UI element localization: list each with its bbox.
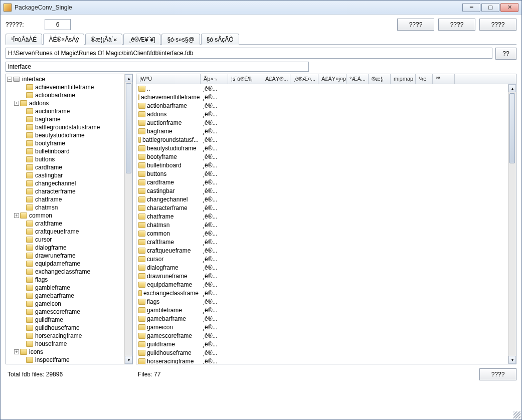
scroll-down-icon[interactable]: ▾ bbox=[125, 356, 132, 364]
tree-item[interactable]: achievementtitleframe bbox=[6, 83, 132, 91]
list-row[interactable]: bagframe¸ê®... bbox=[136, 127, 516, 135]
list-row[interactable]: chatmsn¸ê®... bbox=[136, 221, 516, 229]
path-input[interactable] bbox=[6, 48, 492, 59]
list-row[interactable]: chatframe¸ê®... bbox=[136, 212, 516, 221]
list-row[interactable]: beautystudioframe¸ê®... bbox=[136, 144, 516, 152]
tree-item[interactable]: +common bbox=[6, 212, 132, 220]
list-row[interactable]: auctionframe¸ê®... bbox=[136, 118, 516, 127]
column-header[interactable]: À£ÁY¤j¤p bbox=[318, 74, 346, 84]
tree-item[interactable]: +addons bbox=[6, 99, 132, 107]
top-number-input[interactable] bbox=[45, 19, 71, 30]
scroll-down-icon[interactable]: ▾ bbox=[508, 356, 516, 364]
expand-icon[interactable]: + bbox=[14, 213, 19, 218]
tree-item[interactable]: gambleframe bbox=[6, 284, 132, 292]
path-browse-button[interactable]: ?? bbox=[495, 48, 516, 60]
tab-0[interactable]: ¹Ï¤ùÂàÀÉ bbox=[6, 34, 42, 45]
column-header[interactable]: Ãþ«¬ bbox=[201, 74, 228, 84]
tree-item[interactable]: auctionframe bbox=[6, 107, 132, 115]
list-row[interactable]: addons¸ê®... bbox=[136, 110, 516, 118]
list-row[interactable]: cardframe¸ê®... bbox=[136, 178, 516, 186]
top-button-2[interactable]: ???? bbox=[438, 19, 475, 31]
maximize-button[interactable]: ▢ bbox=[481, 3, 499, 12]
tab-4[interactable]: §ó·s»s§@ bbox=[161, 34, 200, 45]
column-header[interactable]: ¦s¨ú®É¶¡ bbox=[228, 74, 262, 84]
list-row[interactable]: buttons¸ê®... bbox=[136, 169, 516, 178]
tree-scroll-thumb[interactable] bbox=[126, 83, 131, 173]
list-row[interactable]: gamebarframe¸ê®... bbox=[136, 314, 516, 323]
tree-item[interactable]: battlegroundstatusframe bbox=[6, 123, 132, 131]
tree-item[interactable]: beautystudioframe bbox=[6, 131, 132, 139]
tree-item[interactable]: equipdameframe bbox=[6, 260, 132, 268]
scroll-up-icon[interactable]: ▴ bbox=[508, 84, 516, 92]
tree-item[interactable]: exchangeclassframe bbox=[6, 268, 132, 276]
tree-item[interactable]: cursor bbox=[6, 236, 132, 244]
tree-item[interactable]: gamescoreframe bbox=[6, 308, 132, 316]
collapse-icon[interactable]: − bbox=[7, 77, 12, 82]
list-row[interactable]: gameicon¸ê®... bbox=[136, 323, 516, 331]
list-row[interactable]: drawruneframe¸ê®... bbox=[136, 272, 516, 280]
list-row[interactable]: gambleframe¸ê®... bbox=[136, 306, 516, 314]
expand-icon[interactable]: + bbox=[14, 101, 19, 106]
list-row[interactable]: craftqueueframe¸ê®... bbox=[136, 246, 516, 255]
tab-2[interactable]: ®æ¦¡Âà´« bbox=[85, 34, 122, 45]
status-button[interactable]: ???? bbox=[479, 368, 516, 380]
column-header[interactable]: À£ÁY®... bbox=[262, 74, 290, 84]
column-header[interactable]: °ÆÀ... bbox=[346, 74, 369, 84]
list-row[interactable]: characterframe¸ê®... bbox=[136, 203, 516, 212]
tree-item[interactable]: buttons bbox=[6, 155, 132, 163]
tree-item[interactable]: horseracingframe bbox=[6, 332, 132, 340]
minimize-button[interactable]: ━ bbox=[462, 3, 480, 12]
tab-5[interactable]: §ó·sÅçÃÒ bbox=[201, 34, 239, 45]
tree-item[interactable]: +icons bbox=[6, 348, 132, 356]
list-row[interactable]: gamescoreframe¸ê®... bbox=[136, 331, 516, 340]
list-row[interactable]: cursor¸ê®... bbox=[136, 255, 516, 263]
tree-item[interactable]: chatframe bbox=[6, 195, 132, 203]
titlebar[interactable]: PackageConv_Single ━ ▢ ✕ bbox=[1, 1, 521, 15]
tree-item[interactable]: flags bbox=[6, 276, 132, 284]
tree-item[interactable]: guildhouseframe bbox=[6, 324, 132, 332]
resize-grip-icon[interactable] bbox=[513, 411, 520, 418]
tree-item[interactable]: cardframe bbox=[6, 163, 132, 171]
tree-item[interactable]: castingbar bbox=[6, 171, 132, 179]
column-header[interactable]: ®æ¦¡ bbox=[369, 74, 391, 84]
tree-item[interactable]: drawruneframe bbox=[6, 252, 132, 260]
tree-item[interactable]: craftqueueframe bbox=[6, 228, 132, 236]
tree-item[interactable]: gameicon bbox=[6, 300, 132, 308]
tree-item[interactable]: gamebarframe bbox=[6, 292, 132, 300]
tree-item[interactable]: craftframe bbox=[6, 220, 132, 228]
subpath-input[interactable] bbox=[6, 62, 309, 72]
tree-item[interactable]: bagframe bbox=[6, 115, 132, 123]
list-row[interactable]: changechannel¸ê®... bbox=[136, 195, 516, 203]
top-button-1[interactable]: ???? bbox=[397, 19, 434, 31]
list-row[interactable]: common¸ê®... bbox=[136, 229, 516, 238]
list-row[interactable]: exchangeclassframe¸ê®... bbox=[136, 289, 516, 297]
list-row[interactable]: achievementtitleframe¸ê®... bbox=[136, 93, 516, 101]
column-header[interactable]: °ª bbox=[433, 74, 455, 84]
tree-item[interactable]: dialogframe bbox=[6, 244, 132, 252]
scroll-up-icon[interactable]: ▴ bbox=[125, 74, 132, 82]
list-row[interactable]: craftframe¸ê®... bbox=[136, 238, 516, 246]
list-row[interactable]: actionbarframe¸ê®... bbox=[136, 101, 516, 110]
tab-1[interactable]: ÀÉ®×ÂsÁý bbox=[43, 34, 84, 45]
tree-item[interactable]: chatmsn bbox=[6, 203, 132, 212]
column-header[interactable]: ¦WºÙ bbox=[136, 74, 201, 84]
column-header[interactable]: ¸ê®Æ¤... bbox=[290, 74, 318, 84]
tree-item[interactable]: bulletinboard bbox=[6, 147, 132, 155]
list-scrollbar[interactable]: ▴ ▾ bbox=[508, 84, 516, 364]
list-row[interactable]: guildframe¸ê®... bbox=[136, 340, 516, 348]
list-row[interactable]: ..¸ê®... bbox=[136, 84, 516, 93]
list-row[interactable]: equipdameframe¸ê®... bbox=[136, 280, 516, 289]
list-row[interactable]: flags¸ê®... bbox=[136, 297, 516, 306]
list-scroll-thumb[interactable] bbox=[509, 93, 515, 163]
list-row[interactable]: bulletinboard¸ê®... bbox=[136, 161, 516, 169]
list-row[interactable]: horseracingframe¸ê®... bbox=[136, 357, 516, 364]
tree-root[interactable]: −interface bbox=[6, 75, 132, 83]
list-row[interactable]: dialogframe¸ê®... bbox=[136, 263, 516, 272]
tree-item[interactable]: houseframe bbox=[6, 340, 132, 348]
tree-item[interactable]: characterframe bbox=[6, 187, 132, 195]
list-row[interactable]: guildhouseframe¸ê®... bbox=[136, 348, 516, 357]
list-row[interactable]: battlegroundstatusf...¸ê®... bbox=[136, 135, 516, 144]
tree-item[interactable]: inspectframe bbox=[6, 356, 132, 364]
top-button-3[interactable]: ???? bbox=[479, 19, 516, 31]
expand-icon[interactable]: + bbox=[14, 349, 19, 354]
